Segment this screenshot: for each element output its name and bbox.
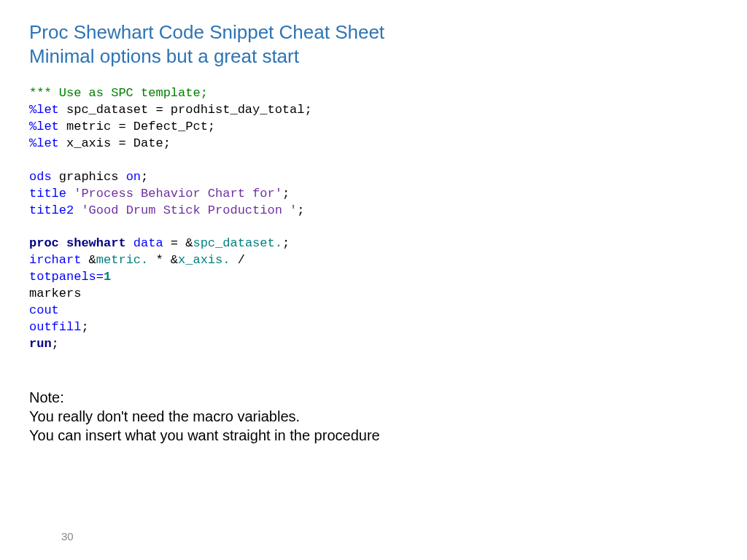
code-keyword: %let	[29, 120, 59, 133]
code-text: ;	[282, 187, 290, 201]
code-keyword: ods	[29, 170, 52, 184]
code-proc: proc	[29, 236, 59, 250]
code-text: * &	[148, 253, 178, 267]
code-keyword: title2	[29, 203, 74, 217]
code-number: 1	[104, 270, 111, 284]
code-macro-var: spc_dataset.	[193, 236, 282, 250]
slide-subtitle: Minimal options but a great start	[29, 44, 718, 69]
code-macro-var: metric.	[96, 253, 148, 267]
code-keyword: outfill	[29, 320, 81, 334]
code-text: x_axis = Date;	[59, 136, 171, 150]
code-text: /	[230, 253, 244, 267]
code-text: ;	[81, 320, 88, 334]
note-line: Note:	[29, 388, 718, 407]
code-text: ;	[297, 203, 304, 217]
code-keyword: cout	[29, 303, 59, 317]
code-comment: *** Use as SPC template;	[29, 86, 208, 100]
code-text: &	[81, 253, 96, 267]
code-text: markers	[29, 287, 81, 300]
code-run: run	[29, 337, 52, 351]
code-snippet: *** Use as SPC template; %let spc_datase…	[29, 85, 718, 353]
code-text: ;	[282, 236, 290, 250]
code-text: graphics	[52, 170, 126, 184]
code-text: = &	[163, 236, 193, 250]
code-string: 'Process Behavior Chart for'	[66, 187, 282, 201]
code-string: 'Good Drum Stick Production '	[74, 203, 297, 217]
code-proc: shewhart	[59, 236, 126, 250]
code-text: spc_dataset = prodhist_day_total;	[59, 103, 312, 117]
note-line: You really don't need the macro variable…	[29, 407, 718, 426]
note-line: You can insert what you want straight in…	[29, 426, 718, 445]
code-keyword: title	[29, 187, 66, 201]
slide-title: Proc Shewhart Code Snippet Cheat Sheet	[29, 20, 718, 44]
note-block: Note: You really don't need the macro va…	[29, 388, 718, 445]
page-number: 30	[61, 530, 74, 542]
code-macro-var: x_axis.	[178, 253, 230, 267]
code-keyword: totpanels=	[29, 270, 104, 284]
code-keyword: %let	[29, 136, 59, 150]
code-text: ;	[141, 170, 148, 184]
code-text: ;	[52, 337, 59, 351]
code-keyword: %let	[29, 103, 59, 117]
code-text: metric = Defect_Pct;	[59, 120, 215, 133]
code-keyword: irchart	[29, 253, 81, 267]
code-keyword: data	[126, 236, 163, 250]
code-keyword: on	[126, 170, 141, 184]
